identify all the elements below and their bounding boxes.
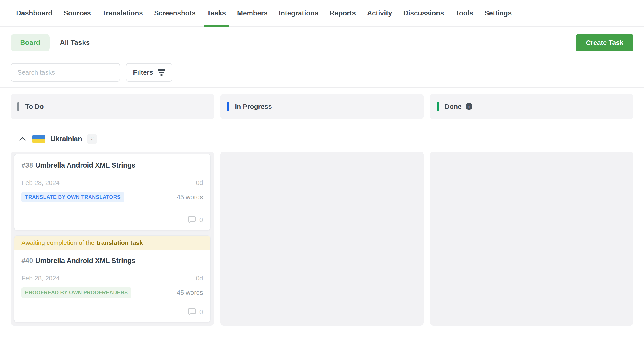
nav-item-sources[interactable]: Sources — [64, 0, 91, 26]
done-status-bar-icon — [437, 102, 439, 111]
language-group-label: Ukrainian — [50, 135, 82, 143]
comment-count: 0 — [200, 308, 203, 316]
column-title: Done — [445, 103, 462, 110]
task-badge-row: PROOFREAD BY OWN PROOFREADERS 45 words — [22, 287, 203, 298]
nav-item-integrations[interactable]: Integrations — [279, 0, 318, 26]
column-title: To Do — [25, 103, 44, 110]
column-title: In Progress — [235, 103, 272, 110]
tab-board[interactable]: Board — [11, 34, 50, 51]
task-title: Umbrella Android XML Strings — [35, 257, 136, 265]
column-todo: #38Umbrella Android XML Strings Feb 28, … — [11, 151, 214, 326]
nav-item-tasks[interactable]: Tasks — [207, 0, 226, 26]
ukrainian-flag-icon — [32, 135, 45, 143]
language-group-header[interactable]: Ukrainian 2 — [11, 132, 633, 146]
column-header-todo: To Do — [11, 94, 214, 119]
nav-item-tools[interactable]: Tools — [455, 0, 473, 26]
workflow-step-badge: TRANSLATE BY OWN TRANSLATORS — [22, 192, 124, 202]
workflow-step-badge: PROOFREAD BY OWN PROOFREADERS — [22, 287, 132, 298]
top-nav: Dashboard Sources Translations Screensho… — [0, 0, 644, 26]
notice-task-link[interactable]: translation task — [96, 239, 143, 247]
in-progress-status-bar-icon — [227, 102, 229, 111]
nav-item-activity[interactable]: Activity — [367, 0, 392, 26]
comment-count: 0 — [200, 216, 203, 224]
task-word-count: 45 words — [177, 289, 203, 296]
nav-item-translations[interactable]: Translations — [102, 0, 143, 26]
column-done — [430, 151, 633, 326]
nav-item-discussions[interactable]: Discussions — [403, 0, 444, 26]
board-body: #38Umbrella Android XML Strings Feb 28, … — [11, 151, 633, 326]
task-id: #38 — [22, 161, 33, 169]
notice-text: Awaiting completion of the — [22, 239, 94, 247]
task-date: Feb 28, 2024 — [22, 179, 60, 187]
column-header-done: Done i — [430, 94, 633, 119]
task-time-left: 0d — [196, 179, 203, 187]
nav-item-members[interactable]: Members — [237, 0, 268, 26]
task-footer: 0 — [22, 216, 203, 224]
column-header-in-progress: In Progress — [220, 94, 424, 119]
todo-status-bar-icon — [18, 102, 20, 111]
nav-item-dashboard[interactable]: Dashboard — [16, 0, 52, 26]
task-meta-row: Feb 28, 2024 0d — [22, 179, 203, 187]
task-time-left: 0d — [196, 275, 203, 282]
filter-icon — [158, 69, 165, 75]
task-card[interactable]: #38Umbrella Android XML Strings Feb 28, … — [14, 154, 211, 230]
nav-item-reports[interactable]: Reports — [330, 0, 356, 26]
task-title: Umbrella Android XML Strings — [35, 161, 136, 169]
task-meta-row: Feb 28, 2024 0d — [22, 275, 203, 282]
task-card[interactable]: Awaiting completion of the translation t… — [14, 235, 211, 323]
toolbar-divider — [0, 87, 644, 88]
filters-button[interactable]: Filters — [126, 63, 172, 82]
task-date: Feb 28, 2024 — [22, 275, 60, 282]
task-count-badge: 2 — [87, 134, 97, 144]
board-column-headers: To Do In Progress Done i — [11, 94, 633, 119]
task-footer: 0 — [22, 308, 203, 316]
task-title-row: #40Umbrella Android XML Strings — [22, 256, 203, 265]
filters-row: Filters — [11, 63, 633, 82]
task-badge-row: TRANSLATE BY OWN TRANSLATORS 45 words — [22, 192, 203, 202]
task-title-row: #38Umbrella Android XML Strings — [22, 161, 203, 170]
task-id: #40 — [22, 257, 33, 265]
nav-item-screenshots[interactable]: Screenshots — [154, 0, 196, 26]
comment-icon — [188, 216, 196, 224]
create-task-button[interactable]: Create Task — [576, 34, 633, 51]
comment-icon — [188, 308, 196, 316]
nav-item-settings[interactable]: Settings — [484, 0, 512, 26]
column-in-progress — [220, 151, 424, 326]
info-icon[interactable]: i — [466, 103, 472, 110]
search-input[interactable] — [11, 63, 120, 82]
awaiting-notice-banner: Awaiting completion of the translation t… — [14, 236, 210, 250]
view-tabs-row: Board All Tasks Create Task — [11, 34, 633, 51]
task-word-count: 45 words — [177, 194, 203, 201]
filters-label: Filters — [133, 69, 153, 76]
tab-all-tasks[interactable]: All Tasks — [60, 39, 90, 47]
chevron-up-icon[interactable] — [19, 137, 26, 141]
